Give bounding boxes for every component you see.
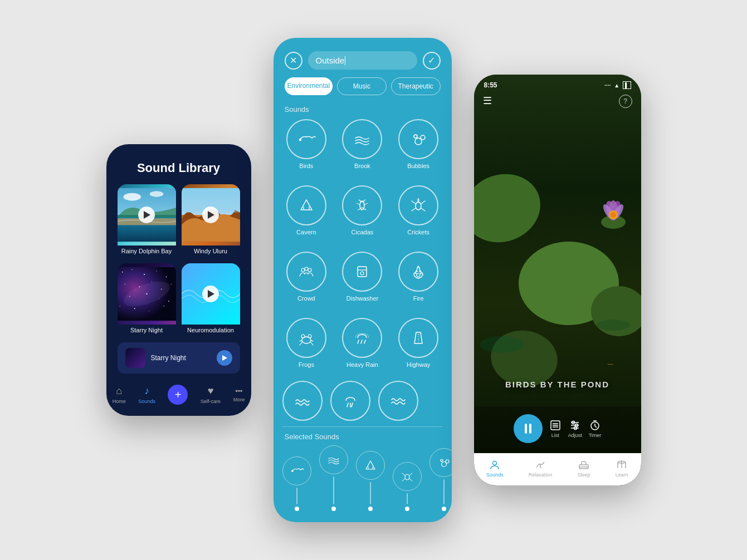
sound-circle-rain2 [330, 381, 370, 421]
sound-item-crowd[interactable]: Crowd [282, 252, 331, 310]
player-background: — ☰ ? BIRDS BY THE POND [474, 75, 641, 453]
sound-item-fire[interactable]: Fire [394, 252, 443, 310]
svg-line-46 [364, 340, 365, 343]
sound-item-crickets[interactable]: Crickets [394, 185, 443, 244]
play-button-ocean[interactable] [138, 207, 155, 223]
selected-birds[interactable] [282, 456, 311, 485]
sound-item-rain2[interactable] [330, 381, 370, 421]
pause-button[interactable] [514, 414, 543, 443]
nav-more-label: More [233, 397, 245, 402]
more-icon: ••• [236, 387, 243, 395]
svg-point-77 [493, 461, 497, 465]
selected-crickets[interactable] [393, 462, 422, 491]
sound-circle-brook [342, 119, 382, 159]
confirm-button[interactable]: ✓ [423, 52, 441, 70]
sound-item-bubbles[interactable]: Bubbles [394, 119, 443, 178]
svg-point-25 [163, 306, 164, 307]
list-button[interactable]: List [549, 419, 562, 438]
svg-point-64 [611, 212, 616, 218]
phone3-player: 8:55 ···· ▲ ▌ [474, 75, 641, 485]
svg-point-17 [170, 284, 171, 284]
sound-item-cavern[interactable]: Cavern [282, 185, 331, 244]
sound-circle-frogs [286, 318, 326, 358]
svg-point-56 [441, 459, 443, 461]
sound-item-brook[interactable]: Brook [338, 119, 387, 178]
sound-card-ocean[interactable]: Rainy Dolphin Bay [118, 184, 176, 258]
sound-card-neuro[interactable]: Neuromodulation [182, 263, 240, 337]
svg-point-9 [131, 269, 132, 270]
now-playing-title: Starry Night [151, 354, 211, 362]
play-button-neuro[interactable] [202, 286, 219, 302]
svg-point-55 [446, 460, 449, 463]
now-playing-play-button[interactable] [217, 350, 232, 366]
adjust-button[interactable]: Adjust [568, 419, 582, 438]
sounds-grid: Birds Brook [274, 119, 452, 376]
nav-sounds[interactable]: ♪ Sounds [138, 385, 155, 404]
svg-line-45 [361, 340, 362, 343]
sound-item-dishwasher[interactable]: Dishwasher [338, 252, 387, 310]
selected-brook[interactable] [319, 445, 348, 474]
svg-point-4 [149, 191, 163, 197]
search-header: ✕ Outside ✓ [274, 38, 452, 77]
timer-label: Timer [589, 433, 602, 438]
sound-circle-heavy-rain [342, 318, 382, 358]
tab-music[interactable]: Music [337, 77, 387, 95]
search-text: Outside [316, 56, 345, 65]
sound-name-birds: Birds [299, 163, 313, 169]
section-divider [282, 426, 443, 427]
sound-item-waves[interactable] [378, 381, 418, 421]
nav-add[interactable]: + [168, 385, 188, 405]
sound-name-dishwasher: Dishwasher [346, 295, 378, 302]
p3-nav-sleep[interactable]: Sleep [578, 459, 590, 478]
close-button[interactable]: ✕ [285, 52, 302, 70]
svg-point-33 [416, 202, 421, 210]
p3-learn-label: Learn [616, 472, 628, 478]
sound-card-desert[interactable]: Windy Uluru [182, 184, 240, 258]
p3-nav-sounds[interactable]: Sounds [486, 459, 504, 478]
signal-icon: ···· [604, 82, 611, 89]
sound-item-ocean[interactable] [282, 381, 323, 421]
sound-name-brook: Brook [354, 163, 370, 169]
selected-cavern[interactable] [356, 451, 385, 480]
tab-environmental[interactable]: Environmental [285, 77, 333, 95]
timer-button[interactable]: Timer [589, 419, 602, 438]
p3-nav-relaxation[interactable]: Relaxation [529, 459, 553, 478]
screen-container: Sound Library [84, 4, 663, 556]
svg-point-39 [360, 272, 364, 275]
sound-circle-crickets [398, 185, 438, 225]
nav-home[interactable]: ⌂ Home [113, 385, 126, 404]
p3-nav-learn[interactable]: Learn [616, 459, 628, 478]
lotus-flower [597, 186, 630, 233]
nav-selfcare[interactable]: ♥ Self-care [201, 385, 221, 404]
tab-therapeutic[interactable]: Therapeutic [391, 77, 441, 95]
now-playing-thumb [125, 348, 145, 368]
p3-sounds-label: Sounds [486, 472, 504, 478]
svg-line-49 [347, 403, 348, 407]
sounds-section-label: Sounds [274, 103, 452, 119]
phone2-search: ✕ Outside ✓ Environmental Music Therapeu… [274, 38, 452, 522]
card-label-ocean: Rainy Dolphin Bay [118, 245, 176, 258]
p3-relaxation-label: Relaxation [529, 472, 553, 478]
menu-button[interactable]: ☰ [483, 95, 492, 107]
help-button[interactable]: ? [619, 95, 632, 108]
sound-item-cicadas[interactable]: Cicadas [338, 185, 387, 244]
play-button-desert[interactable] [202, 207, 219, 223]
sound-card-galaxy[interactable]: Starry Night [118, 263, 176, 337]
nav-more[interactable]: ••• More [233, 387, 245, 402]
sound-item-frogs[interactable]: Frogs [282, 318, 331, 376]
svg-point-13 [124, 284, 125, 284]
nav-selfcare-label: Self-care [201, 399, 221, 404]
sound-item-heavy-rain[interactable]: Heavy Rain [338, 318, 387, 376]
player-controls: List Adjust [474, 406, 641, 453]
sounds-icon: ♪ [144, 385, 149, 397]
sound-item-birds[interactable]: Birds [282, 119, 331, 178]
svg-point-10 [144, 274, 145, 275]
svg-line-44 [358, 340, 359, 343]
sound-item-highway[interactable]: Highway [394, 318, 443, 376]
selected-bubbles[interactable] [429, 448, 452, 477]
svg-line-51 [351, 403, 353, 407]
add-icon[interactable]: + [168, 385, 188, 405]
search-input-wrap[interactable]: Outside [308, 51, 417, 70]
clock-display: 8:55 [484, 81, 497, 89]
status-icons: ···· ▲ ▌ [604, 81, 631, 89]
